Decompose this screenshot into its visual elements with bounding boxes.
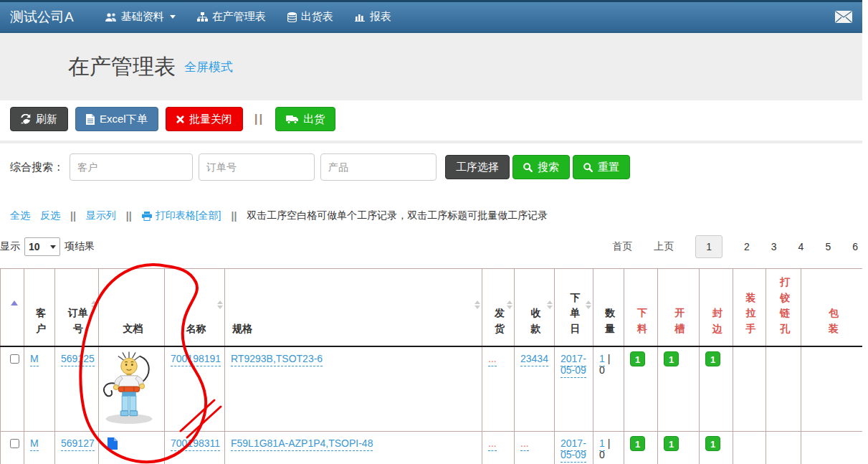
col-header-name[interactable]: 名称: [165, 269, 225, 346]
process-cell-zhualashou[interactable]: [733, 431, 766, 464]
pagination-prev[interactable]: 上页: [654, 240, 674, 253]
payment-link[interactable]: 23434: [520, 353, 548, 366]
process-cell-fengbian[interactable]: 1: [700, 346, 733, 432]
results-label: 项结果: [65, 240, 95, 253]
excel-order-button[interactable]: Excel下单: [75, 107, 158, 131]
process-count-badge[interactable]: 1: [664, 436, 679, 451]
truck-icon: [286, 115, 298, 124]
quantity-cell: 1 | 0: [593, 346, 624, 432]
order-no-link[interactable]: 569125: [61, 353, 95, 366]
document-cell: [99, 431, 165, 464]
nav-item-production-table[interactable]: 在产管理表: [197, 10, 266, 24]
payment-cell: ...: [515, 431, 555, 464]
col-header-process-kaicao[interactable]: 开 槽: [658, 269, 700, 346]
row-checkbox[interactable]: [10, 354, 19, 364]
toolbar: 刷新 Excel下单 批量关闭 || 出货: [0, 100, 862, 141]
pagination-page-4[interactable]: 4: [798, 241, 804, 252]
invert-select-link[interactable]: 反选: [40, 209, 60, 222]
show-columns-link[interactable]: 显示列: [86, 209, 116, 222]
col-header-select[interactable]: [1, 269, 24, 346]
col-header-order-date[interactable]: 下 单 日: [555, 269, 593, 346]
customer-search-input[interactable]: [70, 153, 193, 181]
users-icon: [105, 12, 117, 22]
col-header-process-xialiao[interactable]: 下 料: [624, 269, 658, 346]
nav-item-reports[interactable]: 报表: [355, 10, 391, 24]
process-cell-kaicao[interactable]: 1: [658, 346, 700, 432]
col-header-spec[interactable]: 规格: [225, 269, 482, 346]
lego-figure-thumbnail[interactable]: [100, 351, 158, 427]
order-date-link[interactable]: 2017-05-09: [561, 353, 586, 378]
product-search-input[interactable]: [320, 153, 437, 181]
order-no-search-input[interactable]: [199, 153, 315, 181]
process-count-badge[interactable]: 1: [705, 351, 720, 366]
col-header-process-fengbian[interactable]: 封 边: [700, 269, 733, 346]
process-count-badge[interactable]: 1: [630, 351, 645, 366]
ship-label: 出货: [303, 113, 325, 126]
spec-link[interactable]: F59L1G81A-AZP1P4,TSOPI-48: [231, 437, 373, 451]
process-cell-kaicao[interactable]: 1: [658, 431, 700, 464]
pagination-page-6[interactable]: 6: [852, 241, 858, 252]
process-cell-fengbian[interactable]: 1: [700, 431, 733, 464]
search-panel: 综合搜索： 工序选择 搜索 重置: [0, 141, 862, 191]
pagination-page-1[interactable]: 1: [695, 235, 722, 258]
process-select-button[interactable]: 工序选择: [445, 155, 510, 179]
process-cell-xialiao[interactable]: 1: [624, 431, 658, 464]
mail-button[interactable]: [835, 11, 852, 23]
pagination-page-3[interactable]: 3: [771, 241, 777, 252]
process-cell-xialiao[interactable]: 1: [624, 346, 658, 432]
batch-close-button[interactable]: 批量关闭: [166, 107, 243, 131]
search-button-label: 搜索: [538, 161, 559, 174]
col-header-process-baozhuang[interactable]: 包 装: [801, 269, 863, 346]
col-header-process-dajiaoliankong[interactable]: 打 铰 链 孔: [766, 269, 801, 346]
pagination-first[interactable]: 首页: [612, 240, 632, 253]
process-count-badge[interactable]: 1: [664, 351, 679, 366]
process-count-badge[interactable]: 1: [705, 436, 720, 451]
row-checkbox[interactable]: [10, 439, 19, 448]
print-table-link[interactable]: 打印表格[全部]: [142, 209, 221, 222]
nav-item-shipment-table[interactable]: 出货表: [287, 10, 333, 24]
brand-link[interactable]: 测试公司A: [10, 8, 74, 27]
sort-icon: [586, 300, 591, 309]
name-link[interactable]: 700198191: [171, 353, 221, 366]
file-icon[interactable]: [108, 437, 118, 452]
shipping-cell: ...: [482, 346, 515, 432]
customer-link[interactable]: M: [30, 437, 39, 451]
spec-link[interactable]: RT9293B,TSOT23-6: [231, 353, 323, 366]
envelope-icon: [835, 11, 852, 23]
process-cell-baozhuang[interactable]: [801, 346, 863, 432]
close-x-icon: [176, 115, 184, 123]
nav-item-basic-data[interactable]: 基础资料: [105, 10, 176, 24]
col-header-quantity[interactable]: 数 量: [593, 269, 624, 346]
select-all-link[interactable]: 全选: [10, 209, 30, 222]
name-link[interactable]: 700198311: [171, 437, 220, 451]
select-cell: [1, 346, 24, 432]
page-size-select[interactable]: 10: [24, 237, 60, 256]
col-header-process-zhualashou[interactable]: 装 拉 手: [733, 269, 766, 346]
process-cell-dajiaoliankong[interactable]: [766, 431, 801, 464]
search-button[interactable]: 搜索: [512, 155, 570, 179]
nav-item-label: 出货表: [301, 10, 333, 24]
col-header-order-no[interactable]: 订单 号: [55, 269, 99, 346]
process-cell-baozhuang[interactable]: [801, 431, 863, 464]
shipping-link[interactable]: ...: [488, 437, 497, 451]
pagination-page-5[interactable]: 5: [825, 241, 831, 252]
process-cell-dajiaoliankong[interactable]: [766, 346, 801, 432]
process-cell-zhualashou[interactable]: [733, 346, 766, 432]
process-count-badge[interactable]: 1: [630, 436, 645, 451]
col-header-payment[interactable]: 收 款: [515, 269, 555, 346]
customer-link[interactable]: M: [30, 353, 39, 366]
shipping-link[interactable]: ...: [488, 353, 497, 366]
payment-link[interactable]: ...: [520, 437, 529, 451]
reset-button[interactable]: 重置: [573, 155, 630, 179]
order-date-link[interactable]: 2017-05-09: [561, 437, 586, 463]
col-header-customer[interactable]: 客 户: [24, 269, 55, 346]
order-no-link[interactable]: 569127: [61, 437, 95, 451]
header-row: 客 户 订单 号 文档 名称 规格 发 货 收 款 下 单 日 数 量 下 料 …: [1, 269, 863, 346]
nav-item-label: 在产管理表: [212, 10, 266, 24]
fullscreen-link[interactable]: 全屏模式: [184, 59, 233, 75]
col-header-document[interactable]: 文档: [99, 269, 165, 346]
pagination-page-2[interactable]: 2: [744, 241, 750, 252]
refresh-button[interactable]: 刷新: [10, 107, 68, 131]
ship-button[interactable]: 出货: [275, 107, 335, 131]
col-header-shipping[interactable]: 发 货: [482, 269, 515, 346]
